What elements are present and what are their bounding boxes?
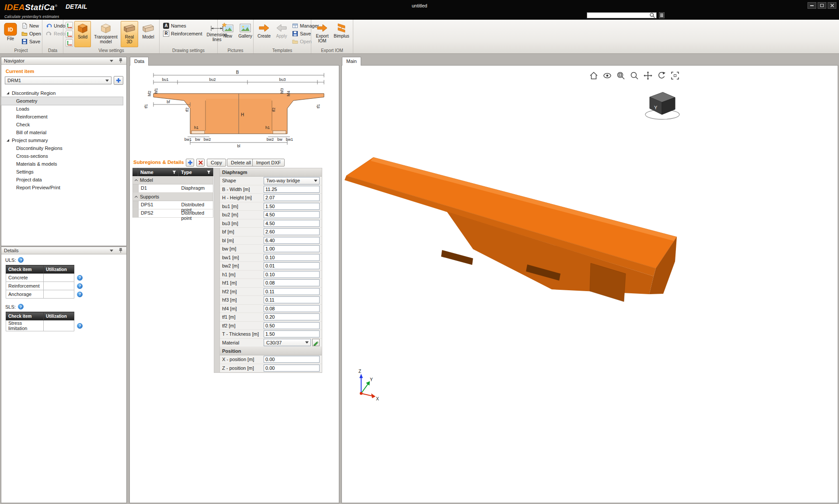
zoom-window-icon[interactable] — [616, 71, 626, 80]
titlebar-menu-button[interactable] — [659, 12, 665, 18]
grid-row-dps1[interactable]: DPS1Distributed point — [132, 201, 213, 209]
picture-new-button[interactable]: New — [220, 21, 236, 47]
property-input[interactable] — [264, 186, 320, 193]
tree-item-cross-sections[interactable]: Cross-sections — [1, 152, 126, 160]
zoom-icon[interactable] — [630, 71, 639, 80]
property-input[interactable] — [264, 262, 320, 269]
rotate-view-icon[interactable] — [657, 71, 666, 80]
tab-main[interactable]: Main — [342, 57, 361, 66]
bridge-3d-model[interactable]: Z Y X — [342, 66, 838, 503]
property-input[interactable] — [264, 313, 320, 320]
property-input[interactable] — [264, 288, 320, 295]
save-button[interactable]: Save — [20, 38, 42, 45]
tree-item-bill-of-material[interactable]: Bill of material — [1, 129, 126, 136]
import-dxf-button[interactable]: Import DXF — [252, 159, 285, 167]
property-input[interactable] — [264, 237, 320, 244]
workplane-toggle-1[interactable] — [66, 22, 73, 29]
help-icon[interactable]: ? — [18, 304, 24, 309]
view-solid-button[interactable]: Solid — [74, 21, 91, 47]
file-button[interactable]: ID File — [2, 21, 19, 47]
scene-viewport[interactable]: Z Y X Y — [342, 66, 838, 503]
material-dropdown[interactable]: C30/37 — [264, 339, 311, 346]
filter-funnel-icon[interactable] — [207, 170, 211, 174]
grid-row-dps2[interactable]: DPS2Distributed point — [132, 209, 213, 218]
help-icon[interactable]: ? — [18, 257, 24, 263]
group-row-model[interactable]: Model — [132, 176, 213, 184]
new-button[interactable]: New — [20, 22, 42, 29]
property-input[interactable] — [264, 365, 320, 372]
property-input[interactable] — [264, 356, 320, 363]
edit-material-button[interactable] — [312, 339, 320, 346]
copy-button[interactable]: Copy — [207, 159, 226, 167]
tree-item-loads[interactable]: Loads — [1, 105, 126, 113]
add-region-button[interactable] — [114, 76, 123, 85]
template-create-button[interactable]: Create — [256, 21, 272, 47]
expander-icon[interactable] — [7, 139, 9, 142]
workplane-toggle-3[interactable] — [66, 39, 73, 47]
delete-all-button[interactable]: Delete all — [227, 159, 255, 167]
open-button[interactable]: Open — [20, 30, 42, 37]
help-icon[interactable]: ? — [77, 283, 83, 289]
property-input[interactable] — [264, 220, 320, 227]
reinforcement-toggle[interactable]: RReinforcement — [162, 30, 204, 37]
help-icon[interactable]: ? — [77, 275, 83, 281]
help-icon[interactable]: ? — [77, 323, 83, 329]
property-input[interactable] — [264, 296, 320, 303]
gallery-button[interactable]: Gallery — [237, 21, 254, 47]
property-input[interactable] — [264, 245, 320, 252]
close-button[interactable] — [828, 2, 836, 9]
grid-row-d1[interactable]: D1Diaphragm — [132, 184, 213, 193]
tree-item-reinforcement[interactable]: Reinforcement — [1, 113, 126, 121]
filter-funnel-icon[interactable] — [172, 170, 176, 174]
property-input[interactable] — [264, 322, 320, 329]
add-subregion-button[interactable] — [186, 159, 194, 167]
collapse-icon[interactable] — [110, 60, 113, 62]
property-input[interactable] — [264, 194, 320, 201]
shape-dropdown[interactable]: Two-way bridge — [264, 177, 320, 184]
pan-icon[interactable] — [643, 71, 653, 80]
property-input[interactable] — [264, 228, 320, 235]
tab-data[interactable]: Data — [130, 57, 149, 66]
tree-node-discontinuity-region[interactable]: Discontinuity Region — [1, 89, 126, 97]
view-model-button[interactable]: Model — [139, 21, 157, 47]
names-toggle[interactable]: ANames — [162, 22, 204, 29]
tree-item-discontinuity-regions[interactable]: Discontinuity Regions — [1, 144, 126, 152]
current-item-dropdown[interactable]: DRM1 — [5, 76, 111, 84]
collapse-icon[interactable] — [110, 250, 113, 252]
tree-item-report-preview-print[interactable]: Report Preview/Print — [1, 184, 126, 191]
view-transparent-button[interactable]: Transparent model — [92, 21, 119, 47]
tree-item-project-data[interactable]: Project data — [1, 176, 126, 184]
template-apply-button[interactable]: Apply — [274, 21, 289, 47]
maximize-button[interactable] — [818, 2, 826, 9]
view-real3d-button[interactable]: Real 3D — [121, 21, 138, 47]
tree-item-check[interactable]: Check — [1, 121, 126, 129]
tree-node-project-summary[interactable]: Project summary — [1, 136, 126, 144]
help-icon[interactable]: ? — [77, 292, 83, 297]
tree-item-settings[interactable]: Settings — [1, 168, 126, 176]
delete-subregion-button[interactable] — [196, 159, 205, 167]
property-input[interactable] — [264, 271, 320, 278]
property-input[interactable] — [264, 330, 320, 337]
expander-icon[interactable] — [7, 92, 9, 94]
pin-icon[interactable] — [118, 58, 124, 64]
pin-icon[interactable] — [118, 247, 124, 254]
tree-item-materials-models[interactable]: Materials & models — [1, 160, 126, 168]
property-input[interactable] — [264, 279, 320, 286]
dim-label-bw2: bw2 — [204, 137, 211, 142]
search-input[interactable] — [588, 13, 649, 18]
minimize-button[interactable] — [808, 2, 816, 9]
bimplus-button[interactable]: Bimplus — [332, 21, 351, 47]
view-direction-eye-icon[interactable] — [602, 71, 612, 80]
search-box[interactable] — [587, 12, 657, 18]
navigation-cube[interactable]: Y — [644, 88, 681, 123]
export-iom-button[interactable]: Export IOM — [313, 21, 331, 47]
property-input[interactable] — [264, 305, 320, 312]
tree-item-geometry[interactable]: Geometry — [1, 97, 123, 105]
home-view-icon[interactable] — [589, 71, 599, 80]
property-input[interactable] — [264, 203, 320, 210]
group-row-supports[interactable]: Supports — [132, 193, 213, 201]
property-input[interactable] — [264, 211, 320, 218]
property-input[interactable] — [264, 254, 320, 261]
workplane-toggle-2[interactable] — [66, 31, 73, 38]
zoom-fit-icon[interactable] — [670, 71, 680, 80]
